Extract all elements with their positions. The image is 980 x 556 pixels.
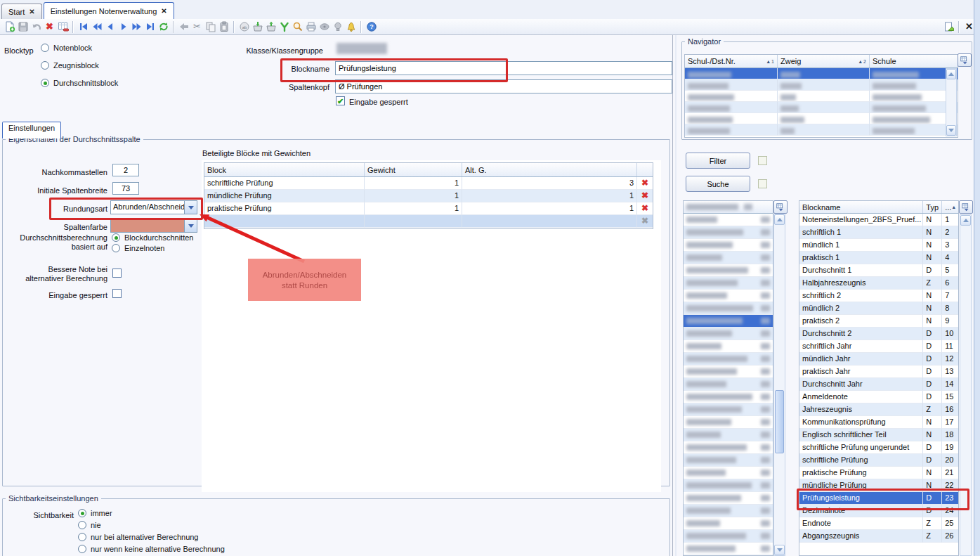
tab-start[interactable]: Start ✕ bbox=[1, 4, 42, 19]
nav-scrollbar[interactable] bbox=[946, 68, 957, 136]
spaltenkopf-input[interactable] bbox=[335, 79, 672, 93]
weights-row[interactable]: praktische Prüfung11✖ bbox=[204, 202, 653, 215]
delete-row-button[interactable]: ✖ bbox=[637, 202, 653, 215]
class-list-row-redacted[interactable] bbox=[684, 214, 773, 226]
class-list-row-redacted[interactable] bbox=[684, 530, 773, 543]
class-list-row-redacted[interactable] bbox=[684, 315, 773, 328]
undo-icon[interactable] bbox=[30, 20, 43, 34]
nav-first-icon[interactable] bbox=[77, 20, 90, 34]
weights-row[interactable]: schriftliche Prüfung13✖ bbox=[204, 177, 653, 190]
suche-checkbox[interactable] bbox=[758, 179, 767, 188]
cut-icon[interactable]: ✂ bbox=[190, 20, 204, 34]
filter-button[interactable]: Filter bbox=[686, 153, 750, 169]
spaltenbreite-input[interactable] bbox=[112, 182, 139, 195]
search-icon[interactable] bbox=[291, 20, 304, 34]
eingabe-gesperrt2-checkbox[interactable] bbox=[112, 289, 122, 298]
class-list-row-redacted[interactable] bbox=[684, 226, 773, 239]
eye-icon[interactable] bbox=[318, 20, 331, 34]
help-icon[interactable]: ? bbox=[365, 20, 378, 34]
class-list-row-redacted[interactable] bbox=[684, 479, 773, 492]
radio-icon[interactable] bbox=[78, 545, 86, 553]
new-document-icon[interactable] bbox=[3, 20, 16, 34]
nachkommastellen-input[interactable] bbox=[112, 164, 139, 176]
blocklist-row-5[interactable]: Durchschnitt 1D5 bbox=[799, 264, 958, 277]
save-icon[interactable] bbox=[16, 20, 30, 34]
radio-icon[interactable] bbox=[78, 521, 86, 529]
navigator-row-redacted[interactable] bbox=[685, 113, 958, 124]
print-icon[interactable] bbox=[304, 20, 318, 34]
weights-col-gewicht[interactable]: Gewicht bbox=[365, 163, 462, 176]
klasse-value-redacted[interactable] bbox=[337, 43, 387, 54]
blocklist-row-25[interactable]: EndnoteZ25 bbox=[799, 517, 958, 530]
export-icon[interactable] bbox=[942, 20, 955, 34]
blocklist-row-18[interactable]: Englisch schriftlicher TeilN18 bbox=[799, 429, 958, 441]
weights-empty-row[interactable]: ✖ bbox=[204, 215, 653, 228]
berechnung-option[interactable]: Blockdurchschnitten bbox=[112, 233, 193, 242]
class-list-row-redacted[interactable] bbox=[684, 505, 773, 517]
class-list-scrollbar[interactable] bbox=[773, 214, 785, 556]
blocklist-row-9[interactable]: praktisch 2N9 bbox=[799, 315, 958, 328]
suche-button[interactable]: Suche bbox=[686, 176, 750, 192]
weights-row[interactable]: mündliche Prüfung11✖ bbox=[204, 190, 653, 202]
class-list-row-redacted[interactable] bbox=[684, 441, 773, 454]
table-remove-icon[interactable] bbox=[56, 20, 70, 34]
radio-icon[interactable] bbox=[78, 509, 86, 517]
blockname-input[interactable] bbox=[335, 61, 672, 75]
delete-row-button[interactable]: ✖ bbox=[637, 177, 653, 190]
blocklist-row-1[interactable]: Noteneinstellungen_2BFS_Pruef...N1 bbox=[799, 214, 958, 226]
blocklist-row-7[interactable]: schriftlich 2N7 bbox=[799, 290, 958, 302]
copy-icon[interactable] bbox=[204, 20, 217, 34]
sichtbarkeit-option[interactable]: nur wenn keine alternative Berechnung bbox=[78, 545, 225, 553]
bessere-note-checkbox[interactable] bbox=[112, 269, 122, 278]
statistics-icon[interactable]: ab bbox=[237, 20, 251, 34]
class-list-column-chooser-button[interactable] bbox=[773, 200, 788, 214]
blocklist-row-17[interactable]: KommunikationsprüfungN17 bbox=[799, 416, 958, 429]
nav-next-icon[interactable] bbox=[117, 20, 130, 34]
radio-icon[interactable] bbox=[41, 61, 49, 70]
delete-record-icon[interactable]: ✖ bbox=[43, 20, 56, 34]
tab-close-icon[interactable]: ✕ bbox=[161, 7, 166, 15]
blocklist-col-blockname[interactable]: Blockname bbox=[799, 201, 923, 213]
blocklist-col-nr[interactable]: ... ▲ bbox=[942, 201, 958, 213]
radio-icon[interactable] bbox=[112, 244, 120, 252]
class-list-row-redacted[interactable] bbox=[684, 517, 773, 530]
tab-einstellungen-notenverwaltung[interactable]: Einstellungen Notenverwaltung ✕ bbox=[44, 2, 174, 19]
basket-export-icon[interactable] bbox=[264, 20, 277, 34]
nav-column-chooser-button[interactable] bbox=[958, 53, 972, 67]
sichtbarkeit-option[interactable]: nie bbox=[78, 521, 225, 529]
class-list-row-redacted[interactable] bbox=[684, 239, 773, 252]
delete-row-button[interactable]: ✖ bbox=[637, 190, 653, 202]
blocklist-row-19[interactable]: schriftliche Prüfung ungerundetD19 bbox=[799, 441, 958, 454]
blocklist-row-21[interactable]: praktische PrüfungN21 bbox=[799, 467, 958, 479]
blocklist-row-10[interactable]: Durchschnitt 2D10 bbox=[799, 328, 958, 340]
navigator-row-redacted[interactable] bbox=[685, 102, 958, 113]
class-list-row-redacted[interactable] bbox=[684, 416, 773, 429]
weights-col-block[interactable]: Block bbox=[204, 163, 365, 176]
blocklist-row-16[interactable]: JahreszeugnisZ16 bbox=[799, 403, 958, 416]
class-list-row-redacted[interactable] bbox=[684, 429, 773, 441]
blocklist-row-20[interactable]: schriftliche PrüfungD20 bbox=[799, 454, 958, 467]
class-list-row-redacted[interactable] bbox=[684, 302, 773, 315]
blocklist-row-12[interactable]: mündlich JahrD12 bbox=[799, 353, 958, 366]
blocklist-row-3[interactable]: mündlich 1N3 bbox=[799, 239, 958, 252]
class-list-row-redacted[interactable] bbox=[684, 403, 773, 416]
blocktyp-option[interactable]: Durchschnittsblock bbox=[41, 79, 118, 87]
navigator-row-redacted[interactable] bbox=[685, 91, 958, 102]
spaltenfarbe-dropdown-button[interactable] bbox=[184, 219, 197, 232]
nav-forward-icon[interactable] bbox=[130, 20, 143, 34]
class-list-row-redacted[interactable] bbox=[684, 391, 773, 403]
class-list-row-redacted[interactable] bbox=[684, 264, 773, 277]
sichtbarkeit-option[interactable]: nur bei alternativer Berechnung bbox=[78, 533, 225, 541]
nav-col-schule[interactable]: Schule bbox=[870, 55, 946, 67]
class-list-row-redacted[interactable] bbox=[684, 277, 773, 290]
blocktyp-option[interactable]: Zeugnisblock bbox=[41, 61, 118, 70]
navigator-row-redacted[interactable] bbox=[685, 124, 958, 136]
berechnung-option[interactable]: Einzelnoten bbox=[112, 244, 193, 252]
blocklist-row-23[interactable]: PrüfungsleistungD23 bbox=[799, 492, 958, 505]
bell-icon[interactable] bbox=[344, 20, 358, 34]
class-list-row-redacted[interactable] bbox=[684, 492, 773, 505]
nav-prev-icon[interactable] bbox=[103, 20, 117, 34]
merge-icon[interactable] bbox=[277, 20, 291, 34]
arrow-left-icon[interactable] bbox=[177, 20, 190, 34]
tab-close-icon[interactable]: ✕ bbox=[29, 8, 34, 15]
